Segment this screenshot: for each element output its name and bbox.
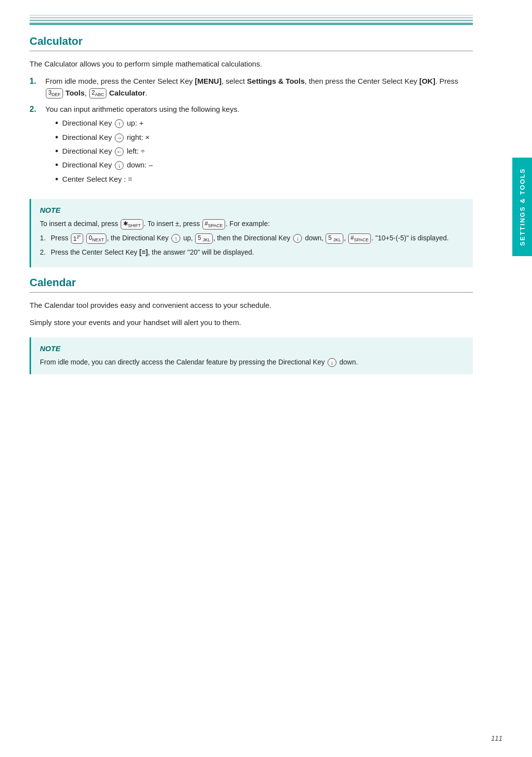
dir-key-left: Directional Key ← left: ÷	[62, 146, 145, 157]
bullet-dot: •	[55, 160, 58, 171]
dir-up-icon: ↑	[115, 119, 124, 128]
calendar-para-2: Simply store your events and your handse…	[30, 317, 473, 328]
step-1: 1. From idle mode, press the Center Sele…	[30, 75, 473, 99]
key-star-shift: ✱SHIFT	[121, 219, 143, 230]
side-tab: SETTINGS & TOOLS	[512, 158, 532, 256]
note-1-intro: To insert a decimal, press ✱SHIFT. To in…	[40, 220, 270, 228]
step-2-content: You can input arithmetic operators using…	[45, 103, 239, 190]
dir-key-down: Directional Key ↓ down: –	[62, 160, 153, 171]
note-1-title: NOTE	[40, 206, 464, 214]
calculator-section: Calculator The Calculator allows you to …	[30, 35, 473, 190]
note-num-2: 2.	[40, 247, 51, 258]
note-2-text: From idle mode, you can directly access …	[40, 358, 358, 366]
bullet-dot: •	[55, 174, 58, 185]
note-1-body: To insert a decimal, press ✱SHIFT. To in…	[40, 218, 464, 258]
key-2abc: 2ABC	[89, 88, 106, 99]
side-tab-label: SETTINGS & TOOLS	[519, 168, 526, 246]
dir-up-icon-2: ↑	[171, 234, 180, 243]
dir-down-icon-2: ↓	[293, 234, 302, 243]
note-step-2-text: Press the Center Select Key [=], the ans…	[51, 247, 254, 258]
key-1: 12⁰	[71, 233, 84, 244]
note-list-item-1: 1. Press 12⁰ 0NEXT, the Directional Key …	[40, 232, 464, 244]
dir-right-icon: →	[115, 133, 124, 142]
note-2-body: From idle mode, you can directly access …	[40, 357, 464, 367]
key-hash-space: #SPACE	[202, 219, 226, 230]
top-decorative-lines	[30, 15, 473, 25]
calculator-title: Calculator	[30, 35, 473, 48]
list-item: • Directional Key → right: ×	[55, 132, 239, 143]
bullet-dot: •	[55, 132, 58, 143]
list-item: • Directional Key ← left: ÷	[55, 146, 239, 157]
note-1-list: 1. Press 12⁰ 0NEXT, the Directional Key …	[40, 232, 464, 258]
dir-key-right: Directional Key → right: ×	[62, 132, 150, 143]
calendar-title: Calendar	[30, 276, 473, 289]
note-step-1-text: Press 12⁰ 0NEXT, the Directional Key ↑ u…	[51, 232, 449, 244]
calendar-divider	[30, 292, 473, 293]
note-list-item-2: 2. Press the Center Select Key [=], the …	[40, 247, 464, 258]
calendar-section: Calendar The Calendar tool provides easy…	[30, 276, 473, 329]
calculator-intro: The Calculator allows you to perform sim…	[30, 58, 473, 69]
list-item: • Center Select Key : =	[55, 174, 239, 185]
dir-down-icon-3: ↓	[328, 358, 336, 367]
dir-down-icon: ↓	[115, 161, 124, 170]
dir-left-icon: ←	[115, 147, 124, 156]
bullet-dot: •	[55, 118, 58, 129]
calendar-para-1: The Calendar tool provides easy and conv…	[30, 299, 473, 311]
step-1-num: 1.	[30, 75, 43, 88]
note-2-box: NOTE From idle mode, you can directly ac…	[30, 337, 473, 374]
calculator-divider	[30, 51, 473, 51]
center-select-key-eq: Center Select Key : =	[62, 174, 132, 185]
calculator-steps: 1. From idle mode, press the Center Sele…	[30, 75, 473, 190]
step-2: 2. You can input arithmetic operators us…	[30, 103, 473, 190]
key-5jkl-b: 5 JKL	[326, 233, 343, 244]
note-2-title: NOTE	[40, 344, 464, 353]
key-0: 0NEXT	[86, 233, 106, 244]
operator-keys-list: • Directional Key ↑ up: + • Directional …	[55, 118, 239, 185]
key-hash-space-2: #SPACE	[348, 233, 371, 244]
page-number: 111	[491, 734, 502, 742]
key-3def: 3DEF	[46, 88, 63, 99]
list-item: • Directional Key ↓ down: –	[55, 160, 239, 171]
note-1-box: NOTE To insert a decimal, press ✱SHIFT. …	[30, 199, 473, 267]
step-2-num: 2.	[30, 103, 43, 116]
list-item: • Directional Key ↑ up: +	[55, 118, 239, 129]
key-5jkl-a: 5 JKL	[195, 233, 213, 244]
bullet-dot: •	[55, 146, 58, 157]
dir-key-up: Directional Key ↑ up: +	[62, 118, 143, 129]
note-num-1: 1.	[40, 232, 51, 243]
step-1-content: From idle mode, press the Center Select …	[45, 75, 473, 99]
